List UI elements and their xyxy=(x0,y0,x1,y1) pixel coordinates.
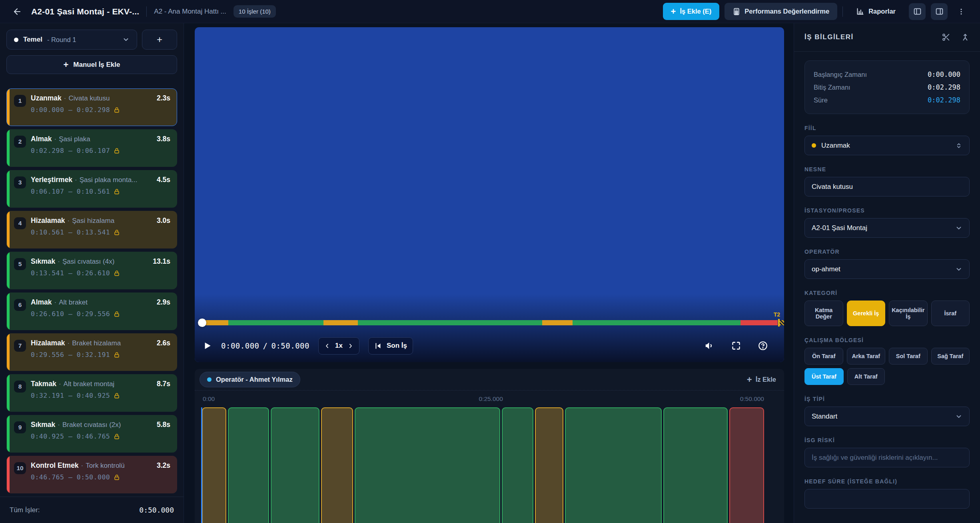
category-option-button[interactable]: Kaçınılabilir İş xyxy=(889,301,928,326)
speed-down-button[interactable] xyxy=(324,343,330,349)
category-option-button[interactable]: İsraf xyxy=(931,301,970,326)
zone-options-row2: Üst TarafAlt Taraf xyxy=(804,368,970,385)
object-input[interactable] xyxy=(804,177,970,196)
progress-bar[interactable] xyxy=(202,320,778,325)
task-item[interactable]: 10Kontrol Etmek·Tork kontrolü3.2s0:46.76… xyxy=(6,456,177,493)
task-block[interactable] xyxy=(729,407,764,523)
merge-tasks-button[interactable] xyxy=(961,33,970,42)
last-task-button[interactable]: Son İş xyxy=(368,337,413,355)
help-button[interactable] xyxy=(758,341,768,351)
category-option-button[interactable]: Katma Değer xyxy=(804,301,843,326)
zone-option-button[interactable]: Alt Taraf xyxy=(847,368,885,385)
time-ruler: 0:00 0:25.000 0:50.000 xyxy=(195,391,784,407)
work-type-select[interactable]: Standart xyxy=(804,407,970,426)
target-duration-input[interactable] xyxy=(804,489,970,509)
zone-option-button[interactable]: Sağ Taraf xyxy=(931,348,970,365)
fullscreen-button[interactable] xyxy=(731,341,741,351)
progress-segment xyxy=(740,320,778,325)
task-item[interactable]: 3Yerleştirmek·Şasi plaka monta...4.5s0:0… xyxy=(6,170,177,208)
separator-dot: · xyxy=(54,299,57,307)
speed-control: 1x xyxy=(318,337,359,355)
verb-select[interactable]: Uzanmak xyxy=(804,136,970,155)
playhead-handle[interactable] xyxy=(198,319,206,327)
task-duration: 2.9s xyxy=(157,298,170,307)
separator-dot: · xyxy=(59,380,61,388)
breadcrumb[interactable]: A2 - Ana Montaj Hattı ... xyxy=(154,8,226,16)
zone-option-button[interactable]: Üst Taraf xyxy=(804,368,844,385)
task-duration: 3.0s xyxy=(157,216,170,225)
task-title-row: Hizalamak·Braket hizalama2.6s xyxy=(31,339,170,347)
verb-field-label: FİİL xyxy=(804,125,970,131)
inspector-title: İŞ BİLGİLERİ xyxy=(804,33,854,41)
lock-icon xyxy=(114,148,120,154)
zone-option-button[interactable]: Arka Taraf xyxy=(847,348,886,365)
task-list[interactable]: 1Uzanmak·Civata kutusu2.3s0:00.000 — 0:0… xyxy=(0,88,184,497)
task-title-row: Almak·Alt braket2.9s xyxy=(31,298,170,307)
manual-add-task-button[interactable]: + Manuel İş Ekle xyxy=(6,55,177,74)
separator-dot: · xyxy=(75,176,77,184)
task-block[interactable] xyxy=(321,407,353,523)
task-item[interactable]: 8Takmak·Alt braket montaj8.7s0:32.191 — … xyxy=(6,374,177,412)
zone-option-button[interactable]: Sol Taraf xyxy=(889,348,928,365)
more-menu-button[interactable] xyxy=(953,3,970,20)
volume-button[interactable] xyxy=(704,341,715,351)
add-track-button[interactable]: + İz Ekle xyxy=(747,375,776,384)
toggle-left-panel-button[interactable] xyxy=(909,3,926,20)
time-info-card: Başlangıç Zamanı 0:00.000 Bitiş Zamanı 0… xyxy=(804,60,970,114)
add-round-button[interactable]: + xyxy=(142,30,177,50)
reports-button[interactable]: Raporlar xyxy=(848,3,904,20)
kebab-icon xyxy=(957,8,965,16)
header-actions: + İş Ekle (E) Performans Değerlendirme R… xyxy=(663,3,970,20)
task-verb: Hizalamak xyxy=(31,216,65,225)
category-option-button[interactable]: Gerekli İş xyxy=(847,301,886,326)
back-button[interactable] xyxy=(10,5,24,18)
task-block[interactable] xyxy=(202,407,226,523)
video-area[interactable]: T2 0:00.000 / 0:50.000 xyxy=(195,27,784,362)
task-block[interactable] xyxy=(271,407,319,523)
station-select[interactable]: A2-01 Şasi Montaj xyxy=(804,218,970,238)
task-block[interactable] xyxy=(663,407,728,523)
operator-select[interactable]: op-ahmet xyxy=(804,259,970,279)
round-selector[interactable]: Temel - Round 1 xyxy=(6,30,137,50)
station-value: A2-01 Şasi Montaj xyxy=(812,224,867,232)
safety-risk-input[interactable] xyxy=(804,448,970,467)
task-duration: 2.3s xyxy=(157,94,170,102)
plus-icon: + xyxy=(671,7,676,16)
task-block[interactable] xyxy=(502,407,533,523)
ruler-tick: 0:50.000 xyxy=(740,395,764,403)
progress-segment xyxy=(358,320,508,325)
zone-option-button[interactable]: Ön Taraf xyxy=(804,348,843,365)
bar-chart-icon xyxy=(856,7,864,16)
play-icon xyxy=(202,341,212,351)
task-block[interactable] xyxy=(355,407,501,523)
task-item[interactable]: 2Almak·Şasi plaka3.8s0:02.298 — 0:06.107 xyxy=(6,129,177,167)
task-item[interactable]: 7Hizalamak·Braket hizalama2.6s0:29.556 —… xyxy=(6,333,177,371)
task-object: Civata kutusu xyxy=(69,94,151,102)
chevrons-updown-icon xyxy=(955,142,962,149)
task-block[interactable] xyxy=(228,407,269,523)
task-block[interactable] xyxy=(565,407,662,523)
task-time-row: 0:40.925 — 0:46.765 xyxy=(31,433,170,440)
split-task-button[interactable] xyxy=(942,33,950,42)
timeline-playhead[interactable] xyxy=(201,407,202,523)
operator-track-chip[interactable]: Operatör - Ahmet Yılmaz xyxy=(200,372,300,387)
plus-icon: + xyxy=(747,375,752,384)
task-item[interactable]: 6Almak·Alt braket2.9s0:26.610 — 0:29.556 xyxy=(6,293,177,330)
task-item[interactable]: 9Sıkmak·Braket cıvatası (2x)5.8s0:40.925… xyxy=(6,415,177,453)
operator-field-label: OPERATÖR xyxy=(804,248,970,255)
task-object: Şasi cıvatası (4x) xyxy=(62,258,147,266)
progress-segment xyxy=(228,320,272,325)
toggle-right-panel-button[interactable] xyxy=(931,3,948,20)
performance-button[interactable]: Performans Değerlendirme xyxy=(725,3,837,20)
play-button[interactable] xyxy=(202,341,212,351)
round-name: Temel xyxy=(23,36,42,44)
task-block[interactable] xyxy=(535,407,563,523)
task-item[interactable]: 1Uzanmak·Civata kutusu2.3s0:00.000 — 0:0… xyxy=(6,88,177,126)
speed-up-button[interactable] xyxy=(347,343,353,349)
task-title-row: Almak·Şasi plaka3.8s xyxy=(31,135,170,143)
task-item[interactable]: 5Sıkmak·Şasi cıvatası (4x)13.1s0:13.541 … xyxy=(6,252,177,289)
track-blocks xyxy=(202,407,766,523)
task-item[interactable]: 4Hizalamak·Şasi hizalama3.0s0:10.561 — 0… xyxy=(6,211,177,248)
add-task-button[interactable]: + İş Ekle (E) xyxy=(663,3,720,20)
page-title: A2-01 Şasi Montaj - EKV-... xyxy=(31,7,139,16)
